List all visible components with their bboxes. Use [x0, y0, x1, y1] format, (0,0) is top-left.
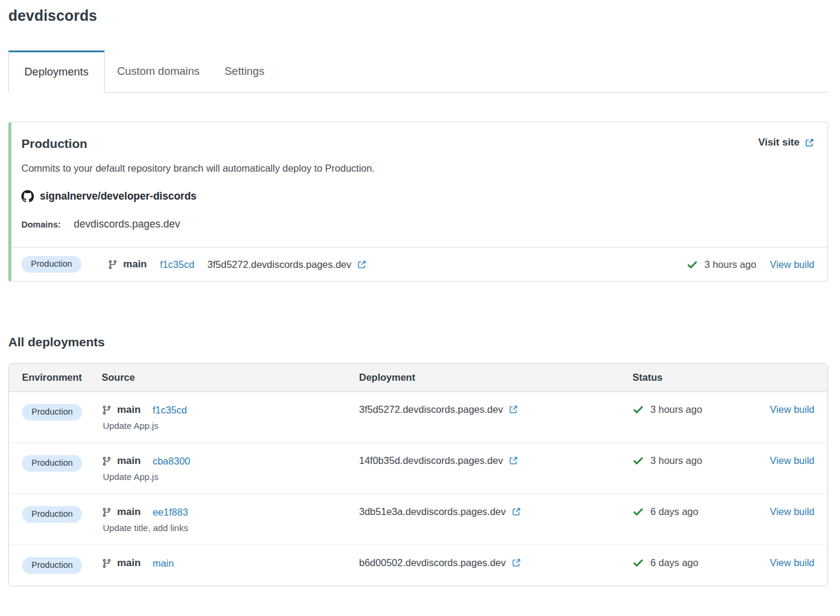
commit-message: Update title, add links: [103, 523, 359, 533]
external-link-icon: [804, 138, 814, 148]
view-build-link[interactable]: View build: [770, 506, 814, 517]
deployment-url: 14f0b35d.devdiscords.pages.dev: [359, 455, 503, 466]
repository-name[interactable]: signalnerve/developer-discords: [40, 190, 197, 203]
external-link-icon[interactable]: [508, 405, 518, 415]
commit-message: Update App.js: [103, 421, 359, 431]
production-deployment-row: Production main f1c35cd 3f5d5272.devdisc…: [11, 247, 828, 281]
column-environment: Environment: [22, 372, 102, 383]
git-branch-icon: [102, 456, 112, 466]
tab-settings[interactable]: Settings: [212, 50, 277, 92]
branch-name: main: [117, 455, 141, 467]
visit-site-link[interactable]: Visit site: [758, 137, 814, 149]
git-branch-icon: [108, 260, 118, 270]
environment-badge: Production: [22, 404, 82, 421]
pages-project-page: devdiscords Deployments Custom domains S…: [0, 0, 840, 599]
deployment-time: 6 days ago: [650, 557, 699, 568]
branch-name: main: [117, 404, 141, 416]
deployment-url: b6d00502.devdiscords.pages.dev: [359, 557, 506, 568]
table-header-row: Environment Source Deployment Status: [9, 364, 828, 392]
environment-badge: Production: [22, 455, 82, 472]
commit-link[interactable]: cba8300: [153, 456, 190, 467]
external-link-icon[interactable]: [508, 456, 518, 466]
tab-deployments[interactable]: Deployments: [8, 50, 105, 93]
table-row: Production main ee1f883 Update title, ad…: [9, 494, 828, 545]
git-branch-icon: [102, 507, 112, 517]
deployment-url: 3f5d5272.devdiscords.pages.dev: [359, 404, 503, 415]
commit-link[interactable]: f1c35cd: [153, 405, 187, 416]
success-check-icon: [633, 455, 644, 466]
commit-link[interactable]: ee1f883: [153, 507, 188, 518]
branch-name: main: [117, 506, 141, 518]
visit-site-label: Visit site: [758, 137, 800, 149]
tab-bar: Deployments Custom domains Settings: [8, 50, 828, 93]
page-title: devdiscords: [8, 7, 828, 24]
github-icon: [21, 190, 34, 203]
deployment-time: 6 days ago: [650, 506, 699, 517]
external-link-icon[interactable]: [511, 507, 521, 517]
deployment-time: 3 hours ago: [650, 404, 702, 415]
tab-custom-domains[interactable]: Custom domains: [105, 50, 212, 92]
view-build-link[interactable]: View build: [770, 404, 814, 415]
table-row: Production main cba8300 Update App.js 14…: [9, 443, 828, 494]
table-row: Production main main b6d00502.devdiscord…: [9, 545, 828, 586]
deployment-url: 3db51e3a.devdiscords.pages.dev: [359, 506, 506, 517]
all-deployments-heading: All deployments: [8, 335, 828, 349]
production-card: Production Visit site Commits to your de…: [8, 122, 828, 282]
success-check-icon: [633, 506, 644, 517]
external-link-icon[interactable]: [357, 260, 367, 270]
environment-badge: Production: [21, 256, 81, 273]
environment-badge: Production: [22, 557, 82, 574]
view-build-link[interactable]: View build: [770, 557, 814, 568]
commit-link[interactable]: main: [153, 558, 174, 569]
external-link-icon[interactable]: [511, 558, 521, 568]
production-description: Commits to your default repository branc…: [21, 163, 814, 174]
success-check-icon: [687, 259, 698, 270]
deployment-url: 3f5d5272.devdiscords.pages.dev: [207, 259, 351, 270]
column-status: Status: [633, 372, 814, 383]
table-row: Production main f1c35cd Update App.js 3f…: [9, 392, 828, 443]
deployment-time: 3 hours ago: [704, 259, 756, 270]
column-source: Source: [102, 372, 359, 383]
domains-value: devdiscords.pages.dev: [74, 218, 180, 230]
commit-message: Update App.js: [103, 472, 359, 482]
column-deployment: Deployment: [359, 372, 633, 383]
deployments-table: Environment Source Deployment Status Pro…: [8, 363, 828, 586]
view-build-link[interactable]: View build: [770, 455, 814, 466]
git-branch-icon: [102, 405, 112, 415]
domains-label: Domains:: [21, 220, 61, 229]
table-body: Production main f1c35cd Update App.js 3f…: [9, 392, 828, 586]
commit-link[interactable]: f1c35cd: [160, 259, 194, 270]
git-branch-icon: [102, 558, 112, 568]
success-check-icon: [633, 557, 644, 568]
view-build-link[interactable]: View build: [770, 259, 814, 270]
production-card-title: Production: [21, 137, 87, 151]
environment-badge: Production: [22, 506, 82, 523]
branch-name: main: [123, 258, 147, 270]
deployment-time: 3 hours ago: [650, 455, 702, 466]
success-check-icon: [633, 404, 644, 415]
branch-name: main: [117, 557, 141, 569]
